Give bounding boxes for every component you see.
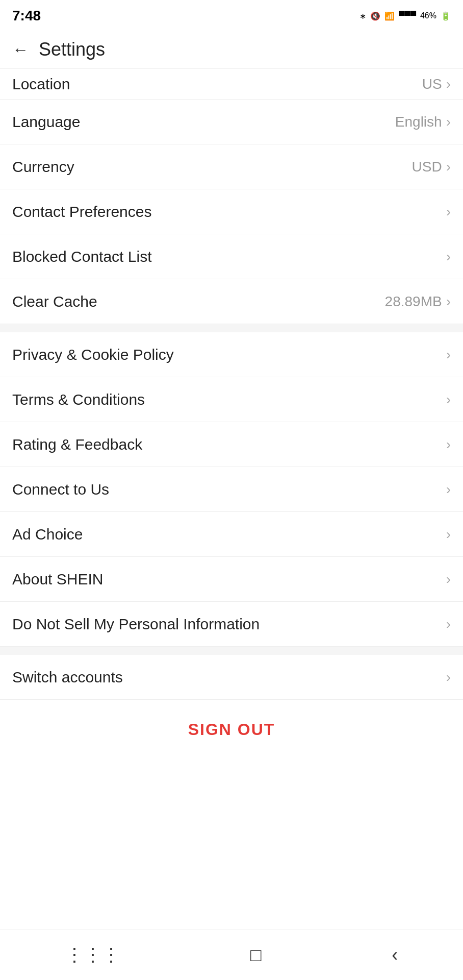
settings-item-do-not-sell[interactable]: Do Not Sell My Personal Information › <box>0 602 463 647</box>
settings-label-rating-feedback: Rating & Feedback <box>12 436 142 453</box>
settings-right-contact-preferences: › <box>446 205 451 219</box>
settings-label-terms-conditions: Terms & Conditions <box>12 391 145 408</box>
nav-back-icon[interactable]: ‹ <box>392 944 398 966</box>
chevron-icon-contact-preferences: › <box>446 205 451 219</box>
settings-right-currency: USD › <box>412 159 451 175</box>
chevron-icon-rating-feedback: › <box>446 437 451 452</box>
section-divider-1 <box>0 324 463 332</box>
settings-label-connect-to-us: Connect to Us <box>12 481 109 498</box>
settings-label-do-not-sell: Do Not Sell My Personal Information <box>12 616 260 633</box>
settings-right-clear-cache: 28.89MB › <box>385 293 451 310</box>
settings-section-top: Location US › Language English › Currenc… <box>0 69 463 324</box>
settings-label-blocked-contact-list: Blocked Contact List <box>12 248 151 265</box>
chevron-icon-connect-to-us: › <box>446 482 451 497</box>
settings-item-blocked-contact-list[interactable]: Blocked Contact List › <box>0 234 463 279</box>
chevron-icon-privacy-cookie-policy: › <box>446 348 451 362</box>
back-button[interactable]: ← <box>12 41 29 58</box>
settings-item-rating-feedback[interactable]: Rating & Feedback › <box>0 422 463 467</box>
settings-right-switch-accounts: › <box>446 670 451 684</box>
chevron-icon-currency: › <box>446 160 451 174</box>
mute-icon: 🔇 <box>370 11 380 21</box>
chevron-icon-about-shein: › <box>446 572 451 586</box>
settings-right-about-shein: › <box>446 572 451 586</box>
settings-value-location: US <box>422 76 442 92</box>
settings-label-ad-choice: Ad Choice <box>12 526 83 543</box>
chevron-icon-clear-cache: › <box>446 295 451 309</box>
chevron-icon-blocked-contact-list: › <box>446 250 451 264</box>
status-icons: ∗ 🔇 📶 ▀▀▀ 46% 🔋 <box>359 11 451 21</box>
signout-button[interactable]: SIGN OUT <box>188 720 275 739</box>
nav-menu-icon[interactable]: ⋮⋮⋮ <box>65 944 120 966</box>
settings-label-about-shein: About SHEIN <box>12 571 103 588</box>
page-title: Settings <box>39 39 105 60</box>
settings-item-location[interactable]: Location US › <box>0 69 463 100</box>
chevron-icon-terms-conditions: › <box>446 393 451 407</box>
settings-value-currency: USD <box>412 159 442 175</box>
settings-right-language: English › <box>395 114 451 130</box>
settings-right-terms-conditions: › <box>446 393 451 407</box>
settings-right-location: US › <box>422 76 451 92</box>
settings-right-rating-feedback: › <box>446 437 451 452</box>
settings-item-privacy-cookie-policy[interactable]: Privacy & Cookie Policy › <box>0 332 463 377</box>
status-bar: 7:48 ∗ 🔇 📶 ▀▀▀ 46% 🔋 <box>0 0 463 31</box>
battery-icon: 🔋 <box>441 11 451 21</box>
status-time: 7:48 <box>12 8 41 24</box>
settings-item-about-shein[interactable]: About SHEIN › <box>0 557 463 602</box>
settings-item-language[interactable]: Language English › <box>0 100 463 144</box>
settings-label-clear-cache: Clear Cache <box>12 293 97 310</box>
settings-item-ad-choice[interactable]: Ad Choice › <box>0 512 463 557</box>
section-divider-2 <box>0 647 463 655</box>
chevron-icon-do-not-sell: › <box>446 617 451 631</box>
chevron-icon-switch-accounts: › <box>446 670 451 684</box>
settings-item-clear-cache[interactable]: Clear Cache 28.89MB › <box>0 279 463 324</box>
settings-right-do-not-sell: › <box>446 617 451 631</box>
settings-right-connect-to-us: › <box>446 482 451 497</box>
settings-right-blocked-contact-list: › <box>446 250 451 264</box>
chevron-icon-language: › <box>446 115 451 129</box>
settings-label-location: Location <box>12 76 70 93</box>
settings-right-ad-choice: › <box>446 527 451 542</box>
settings-label-contact-preferences: Contact Preferences <box>12 203 151 220</box>
header: ← Settings <box>0 31 463 69</box>
settings-item-currency[interactable]: Currency USD › <box>0 144 463 189</box>
settings-value-clear-cache: 28.89MB <box>385 293 442 310</box>
chevron-icon-ad-choice: › <box>446 527 451 542</box>
bluetooth-icon: ∗ <box>359 11 366 21</box>
settings-item-contact-preferences[interactable]: Contact Preferences › <box>0 189 463 234</box>
settings-label-switch-accounts: Switch accounts <box>12 669 123 686</box>
settings-item-switch-accounts[interactable]: Switch accounts › <box>0 655 463 700</box>
settings-section-account: Switch accounts › <box>0 655 463 700</box>
battery-level: 46% <box>420 11 436 20</box>
settings-item-terms-conditions[interactable]: Terms & Conditions › <box>0 377 463 422</box>
signout-section: SIGN OUT <box>0 700 463 760</box>
wifi-icon: 📶 <box>384 11 395 21</box>
settings-value-language: English <box>395 114 442 130</box>
signal-icon: ▀▀▀ <box>399 11 416 20</box>
nav-home-icon[interactable]: □ <box>250 944 262 966</box>
settings-label-language: Language <box>12 113 80 131</box>
settings-section-policy: Privacy & Cookie Policy › Terms & Condit… <box>0 332 463 647</box>
settings-content: Location US › Language English › Currenc… <box>0 69 463 811</box>
bottom-nav: ⋮⋮⋮ □ ‹ <box>0 929 463 980</box>
settings-label-privacy-cookie-policy: Privacy & Cookie Policy <box>12 346 174 363</box>
settings-item-connect-to-us[interactable]: Connect to Us › <box>0 467 463 512</box>
settings-right-privacy-cookie-policy: › <box>446 348 451 362</box>
settings-label-currency: Currency <box>12 158 74 176</box>
chevron-icon-location: › <box>446 77 451 91</box>
